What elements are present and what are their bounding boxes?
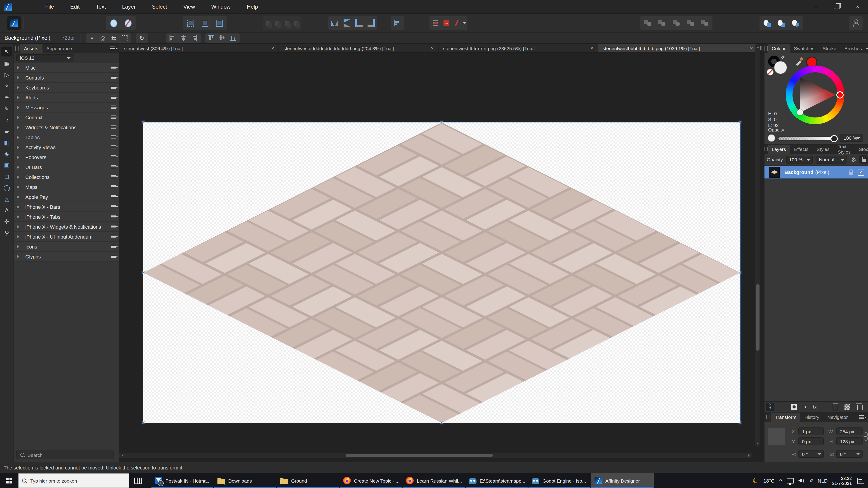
tab-styles[interactable]: Styles [813,144,834,154]
asset-category-iphonex-bars[interactable]: iPhone X - Bars [13,202,119,212]
asset-preset-dropdown[interactable]: iOS 12 [16,54,74,61]
text-tool[interactable]: A [1,205,12,215]
minimize-button[interactable]: ─ [806,0,827,13]
category-menu-icon[interactable] [111,175,116,178]
select-object-button[interactable] [184,16,197,30]
blend-mode-dropdown[interactable]: Normal [816,156,847,163]
point-transform-tool[interactable]: ⌖ [1,81,12,91]
rotate-ccw-button[interactable] [352,16,365,30]
vertical-scrollbar[interactable] [755,44,761,447]
opacity-slider-thumb[interactable] [831,135,838,142]
toggle-fill-front-button[interactable] [774,16,788,30]
task-view-button[interactable] [129,473,147,488]
doc-tab-3[interactable]: stenentwesttttttrtrtrtrt.png (23625.5%) … [438,44,598,53]
disclosure-icon[interactable] [17,235,21,238]
asset-category-activity-views[interactable]: Activity Views [13,142,119,152]
artboard-tool[interactable]: ▦ [1,58,12,68]
category-menu-icon[interactable] [111,255,116,258]
panel-grip-icon[interactable] [13,44,20,53]
category-menu-icon[interactable] [111,116,116,119]
toggle-fill-behind-button[interactable] [760,16,774,30]
tab-appearance[interactable]: Appearance [42,44,76,53]
move-tool[interactable]: ↖ [1,46,12,57]
boolean-subtract-button[interactable] [655,16,669,30]
boolean-intersect-button[interactable] [670,16,683,30]
selection-handle[interactable]: ✕ [737,420,743,426]
asset-category-iphonex-tabs[interactable]: iPhone X - Tabs [13,212,119,222]
weather-temp[interactable]: 18°C [763,478,774,483]
gradient-tool[interactable]: ◧ [1,137,12,147]
disclosure-icon[interactable] [17,145,21,149]
delete-layer-button[interactable] [856,402,864,411]
category-menu-icon[interactable] [111,235,116,238]
x-field[interactable]: 1 px [798,427,824,435]
y-field[interactable]: 0 px [798,437,824,445]
asset-category-widgets[interactable]: Widgets & Notifications [13,123,119,132]
account-button[interactable] [849,16,863,30]
transform-box-button[interactable] [119,33,130,43]
disclosure-icon[interactable] [17,135,21,139]
disclosure-icon[interactable] [17,96,21,99]
doc-tab-4-active[interactable]: stenentwestbbbbfbfbfbfb.png (1039.1%) [T… [598,44,758,53]
taskbar-search-input[interactable]: Typ hier om te zoeken [18,473,129,488]
selection-handle[interactable]: ✕ [141,420,146,426]
s-field[interactable]: 0 ° [836,450,863,458]
category-menu-icon[interactable] [111,155,116,159]
menu-select[interactable]: Select [146,2,174,11]
disclosure-icon[interactable] [17,116,21,119]
colour-picker-icon[interactable] [794,57,803,66]
asset-category-iphonex-widgets[interactable]: iPhone X - Widgets & Notifications [13,222,119,232]
layer-row-background[interactable]: Background (Pixel) [765,166,868,179]
panel-grip-icon[interactable] [765,144,768,154]
asset-category-iphonex-ui-input[interactable]: iPhone X - UI Input Addendum [13,232,119,242]
disclosure-icon[interactable] [17,165,21,169]
mirror-button[interactable]: ⇆ [108,33,119,43]
layer-thumbnail[interactable] [769,167,780,177]
disclosure-icon[interactable] [17,76,21,79]
disclosure-icon[interactable] [17,245,21,248]
taskbar-app-affinity-active[interactable]: Affinity Designer [591,473,654,488]
asset-category-ui-bars[interactable]: UI Bars [13,162,119,172]
assistant-button[interactable] [452,16,462,30]
hue-selector[interactable] [836,91,844,98]
tab-effects[interactable]: Effects [790,144,813,154]
insert-inside-button[interactable] [430,16,440,30]
boolean-combine-button[interactable] [698,16,712,30]
taskbar-app-godot[interactable]: Godot Engine - Iso... [528,473,591,488]
menu-layer[interactable]: Layer [116,2,142,11]
notification-center-icon[interactable] [857,477,864,484]
boolean-add-button[interactable] [641,16,654,30]
vertical-scrollbar-thumb[interactable] [756,284,760,351]
zoom-tool[interactable]: ⚲ [1,228,12,238]
disclosure-icon[interactable] [17,155,21,159]
w-field[interactable]: 254 px [836,427,863,435]
disclosure-icon[interactable] [17,225,21,228]
canvas[interactable]: ✕ ✕ ✕ ✕ ✕ ✕ ✕ ✕ [143,123,740,423]
pen-tool[interactable]: ✒ [1,92,12,102]
disclosure-icon[interactable] [17,125,21,129]
tab-stock[interactable]: Stock [855,144,868,154]
transparency-tool[interactable]: ◈ [1,149,12,159]
selection-handle[interactable]: ✕ [141,120,146,125]
menu-edit[interactable]: Edit [64,2,86,11]
volume-icon[interactable]: ) [799,478,804,483]
panel-grip-icon[interactable] [765,413,771,422]
fill-colour-icon[interactable] [774,61,787,74]
align-right-button[interactable] [189,33,199,43]
gear-icon[interactable]: ⚙ [851,156,856,163]
fill-stroke-indicator[interactable] [768,56,791,77]
lock-layer-button[interactable] [860,155,868,164]
select-pixels-button[interactable] [198,16,212,30]
asset-category-apple-pay[interactable]: Apple Pay [13,192,119,202]
tab-stroke[interactable]: Stroke [818,44,840,53]
cycle-selection-box-button[interactable]: ↻ [136,33,147,43]
tab-text-styles[interactable]: Text Styles [834,144,855,154]
toggle-fill-quarter-button[interactable] [789,16,802,30]
menu-help[interactable]: Help [241,2,264,11]
selection-handle[interactable]: ✕ [439,120,444,125]
disclosure-icon[interactable] [17,86,21,89]
selection-handle[interactable]: ✕ [439,420,444,426]
category-menu-icon[interactable] [111,145,116,149]
menu-view[interactable]: View [177,2,202,11]
category-menu-icon[interactable] [111,165,116,168]
